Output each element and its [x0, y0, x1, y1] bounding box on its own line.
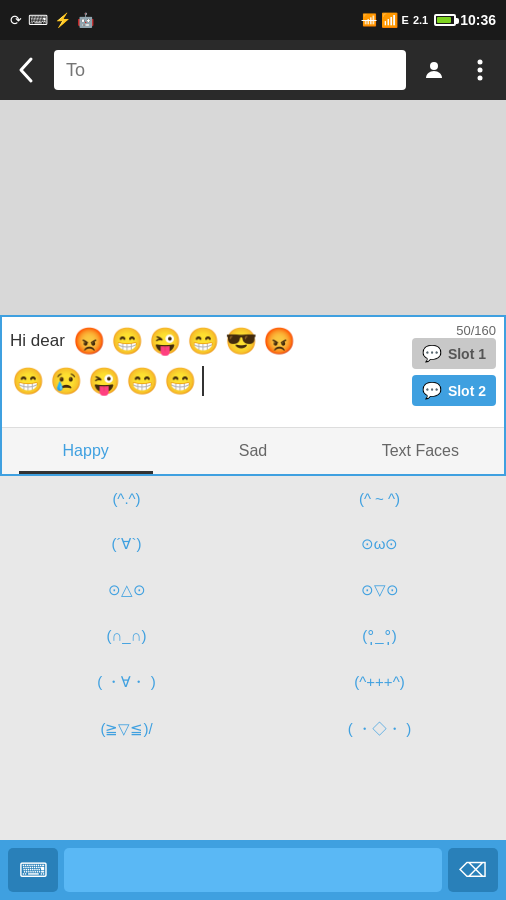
signal-off-icon: 📶 [362, 13, 377, 27]
emoji-7: 😁 [10, 363, 46, 399]
face-6-right[interactable]: ( ・◇・ ) [253, 706, 506, 753]
faces-grid: (^.^) (^ ~ ^) (´∀`) ⊙ω⊙ ⊙△⊙ ⊙▽⊙ (∩_∩) (°… [0, 476, 506, 753]
wifi-icon: 📶 [381, 12, 398, 28]
slot-1-button[interactable]: 💬 Slot 1 [412, 338, 496, 369]
emoji-10: 😁 [124, 363, 160, 399]
emoji-11: 😁 [162, 363, 198, 399]
status-bar: ⟳ ⌨ ⚡ 🤖 📶 📶 E 2.1 10:36 [0, 0, 506, 40]
contact-picker-button[interactable] [416, 52, 452, 88]
face-6-left[interactable]: (≧▽≦)/ [0, 706, 253, 753]
bottom-keyboard-bar: ⌨ ⌫ [0, 840, 506, 900]
slot-2-button[interactable]: 💬 Slot 2 [412, 375, 496, 406]
emoji-9: 😜 [86, 363, 122, 399]
face-3-right[interactable]: ⊙▽⊙ [253, 567, 506, 613]
face-1-right[interactable]: (^ ~ ^) [253, 476, 506, 521]
message-area [0, 100, 506, 315]
slot-2-icon: 💬 [422, 381, 442, 400]
emoji-6: 😡 [261, 323, 297, 359]
face-3-left[interactable]: ⊙△⊙ [0, 567, 253, 613]
back-button[interactable] [8, 52, 44, 88]
text-faces-area: (^.^) (^ ~ ^) (´∀`) ⊙ω⊙ ⊙△⊙ ⊙▽⊙ (∩_∩) (°… [0, 476, 506, 753]
emoji-5: 😎 [223, 323, 259, 359]
delete-icon: ⌫ [459, 858, 487, 882]
face-5-right[interactable]: (^+++^) [253, 659, 506, 706]
message-text: Hi dear [10, 331, 65, 351]
face-4-right[interactable]: (°̩̩_°̩̩) [253, 613, 506, 659]
slot-2-label: Slot 2 [448, 383, 486, 399]
svg-point-1 [478, 60, 483, 65]
svg-point-3 [478, 76, 483, 81]
top-nav-bar [0, 40, 506, 100]
to-input[interactable] [54, 50, 406, 90]
face-2-left[interactable]: (´∀`) [0, 521, 253, 567]
svg-point-2 [478, 68, 483, 73]
emoji-3: 😜 [147, 323, 183, 359]
emoji-1: 😡 [71, 323, 107, 359]
emoji-line-2: 😁 😢 😜 😁 😁 [10, 363, 406, 399]
usb-icon: ⚡ [54, 12, 71, 28]
emoji-2: 😁 [109, 323, 145, 359]
svg-point-0 [430, 62, 438, 70]
emoji-tabs: Happy Sad Text Faces [2, 427, 504, 474]
android-head-icon: 🤖 [77, 12, 94, 28]
tab-text-faces[interactable]: Text Faces [337, 428, 504, 474]
keyboard-icon: ⌨ [19, 858, 48, 882]
tab-sad-label: Sad [239, 442, 267, 459]
network-icon: 2.1 [413, 14, 428, 26]
slot-1-label: Slot 1 [448, 346, 486, 362]
keyboard-toggle-button[interactable]: ⌨ [8, 848, 58, 892]
emoji-8: 😢 [48, 363, 84, 399]
time-display: 10:36 [460, 12, 496, 28]
more-options-button[interactable] [462, 52, 498, 88]
data-icon: E [402, 14, 409, 26]
emoji-message-box[interactable]: Hi dear 😡 😁 😜 😁 😎 😡 😁 😢 😜 😁 😁 50/160 💬 [2, 317, 504, 427]
status-right: 📶 📶 E 2.1 10:36 [362, 12, 496, 28]
battery-icon [434, 14, 456, 26]
text-cursor [202, 366, 204, 396]
face-4-left[interactable]: (∩_∩) [0, 613, 253, 659]
face-5-left[interactable]: ( ・∀・ ) [0, 659, 253, 706]
face-2-right[interactable]: ⊙ω⊙ [253, 521, 506, 567]
status-icons: ⟳ ⌨ ⚡ 🤖 [10, 12, 94, 28]
char-count: 50/160 [456, 323, 496, 338]
tab-text-faces-label: Text Faces [382, 442, 459, 459]
emoji-line-1: Hi dear 😡 😁 😜 😁 😎 😡 [10, 323, 406, 359]
emoji-text-content: Hi dear 😡 😁 😜 😁 😎 😡 😁 😢 😜 😁 😁 [10, 323, 406, 421]
android-icon: ⟳ [10, 12, 22, 28]
tab-happy[interactable]: Happy [2, 428, 169, 474]
tab-sad[interactable]: Sad [169, 428, 336, 474]
emoji-4: 😁 [185, 323, 221, 359]
keyboard-icon: ⌨ [28, 12, 48, 28]
slot-1-icon: 💬 [422, 344, 442, 363]
tab-happy-label: Happy [63, 442, 109, 459]
composer-area: Hi dear 😡 😁 😜 😁 😎 😡 😁 😢 😜 😁 😁 50/160 💬 [0, 315, 506, 476]
delete-button[interactable]: ⌫ [448, 848, 498, 892]
face-1-left[interactable]: (^.^) [0, 476, 253, 521]
spacebar-button[interactable] [64, 848, 442, 892]
